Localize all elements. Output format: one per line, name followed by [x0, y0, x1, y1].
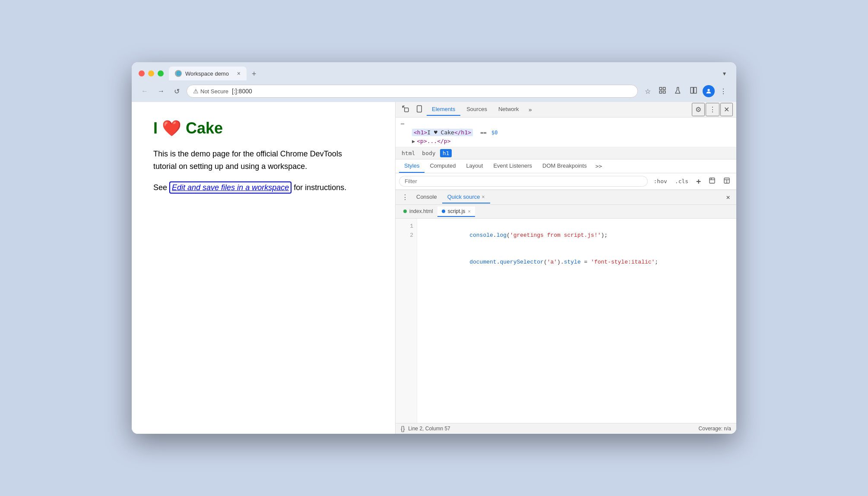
link-prefix: See: [153, 183, 169, 192]
not-secure-label: Not Secure: [200, 88, 228, 95]
styles-filter-bar: :hov .cls +: [396, 173, 736, 190]
breadcrumb-h1[interactable]: h1: [440, 149, 452, 157]
new-tab-button[interactable]: +: [248, 68, 260, 80]
extensions-button[interactable]: [656, 84, 669, 99]
svg-rect-5: [694, 87, 697, 93]
script-js-dot: [442, 210, 445, 213]
styles-filter-input[interactable]: [399, 176, 648, 187]
add-style-button[interactable]: +: [694, 176, 703, 187]
styles-filter-icons: :hov .cls +: [651, 176, 733, 187]
svg-rect-1: [663, 87, 665, 89]
hov-button[interactable]: :hov: [651, 177, 670, 185]
file-tab-script-js[interactable]: script.js ×: [437, 207, 475, 217]
maximize-window-button[interactable]: [158, 70, 164, 76]
address-bar[interactable]: ⚠ Not Secure [:]:8000: [187, 85, 638, 98]
devtools-close-button[interactable]: ✕: [720, 103, 733, 116]
coverage-status: Coverage: n/a: [699, 426, 731, 432]
dom-row-dots: ⋯: [399, 119, 733, 128]
flask-button[interactable]: [672, 84, 684, 99]
link-suffix: for instructions.: [291, 183, 346, 192]
bottom-panel-close[interactable]: ×: [723, 191, 733, 203]
close-window-button[interactable]: [139, 70, 145, 76]
breadcrumb-body[interactable]: body: [419, 149, 438, 157]
tab-dropdown-button[interactable]: ▾: [719, 68, 729, 79]
warning-icon: ⚠: [193, 88, 199, 95]
tab-favicon: 🌐: [175, 70, 182, 77]
workspace-link[interactable]: Edit and save files in a workspace: [169, 181, 291, 194]
devtools-more-button[interactable]: ⋮: [706, 103, 719, 116]
svg-rect-7: [405, 108, 409, 111]
tab-dom-breakpoints[interactable]: DOM Breakpoints: [537, 159, 592, 173]
device-icon[interactable]: [413, 103, 426, 116]
source-file-tabs: index.html script.js ×: [396, 205, 736, 219]
status-bar: {} Line 2, Column 57 Coverage: n/a: [396, 423, 736, 434]
chrome-menu-button[interactable]: ⋮: [717, 85, 729, 98]
dom-tree: ⋯ <h1>I ♥ Cake</h1> == $0 ▶ <p>...</p>: [396, 118, 736, 147]
code-line-1: console.log('greetings from script.js!')…: [422, 222, 731, 249]
file-tab-index-html[interactable]: index.html: [399, 207, 437, 217]
line-num-1: 1: [399, 222, 413, 231]
tab-network[interactable]: Network: [493, 103, 524, 116]
script-js-close[interactable]: ×: [468, 209, 470, 214]
dom-arrow: ▶: [412, 138, 415, 144]
quick-source-label: Quick source: [447, 194, 480, 200]
profile-icon[interactable]: [703, 85, 715, 97]
cursor-position: Line 2, Column 57: [408, 426, 450, 432]
computed-view-button[interactable]: [721, 176, 733, 186]
index-html-dot: [403, 210, 407, 213]
heading-i: I: [153, 119, 158, 137]
tab-event-listeners[interactable]: Event Listeners: [488, 159, 537, 173]
active-tab[interactable]: 🌐 Workspace demo ×: [169, 67, 247, 80]
main-area: I ❤️ Cake This is the demo page for the …: [132, 102, 736, 434]
tab-computed[interactable]: Computed: [424, 159, 461, 173]
code-area[interactable]: 1 2 console.log('greetings from script.j…: [396, 219, 736, 423]
minimize-window-button[interactable]: [148, 70, 154, 76]
bottom-tabs: ⋮ Console Quick source × ×: [396, 190, 736, 205]
index-html-label: index.html: [409, 208, 433, 214]
tab-layout[interactable]: Layout: [461, 159, 488, 173]
bottom-dots-menu[interactable]: ⋮: [399, 191, 411, 203]
dom-row-p: ▶ <p>...</p>: [399, 137, 733, 145]
styles-more-tabs[interactable]: >>: [592, 161, 606, 171]
inspector-icon[interactable]: [399, 103, 412, 116]
breadcrumb-html[interactable]: html: [399, 149, 418, 157]
nav-icons: ☆ ⋮: [642, 84, 729, 99]
code-content[interactable]: console.log('greetings from script.js!')…: [417, 219, 736, 423]
nav-bar: ← → ↺ ⚠ Not Secure [:]:8000 ☆: [132, 80, 736, 102]
page-heading: I ❤️ Cake: [153, 119, 374, 137]
line-numbers: 1 2: [396, 219, 417, 423]
tab-quick-source[interactable]: Quick source ×: [442, 191, 490, 203]
reload-button[interactable]: ↺: [171, 86, 182, 97]
browser-window: 🌐 Workspace demo × + ▾ ← → ↺ ⚠ Not Secur…: [132, 62, 736, 434]
page-body: This is the demo page for the official C…: [153, 148, 343, 173]
line-num-2: 2: [399, 231, 413, 240]
back-button[interactable]: ←: [139, 86, 151, 97]
svg-point-6: [707, 89, 710, 91]
tab-sources[interactable]: Sources: [461, 103, 492, 116]
bookmark-button[interactable]: ☆: [642, 85, 653, 98]
tab-elements[interactable]: Elements: [427, 103, 460, 116]
split-button[interactable]: [687, 84, 700, 99]
quick-source-close[interactable]: ×: [482, 194, 485, 200]
code-line-2: document.querySelector('a').style = 'fon…: [422, 249, 731, 276]
bottom-panel: ⋮ Console Quick source × × index.html: [396, 190, 736, 434]
tab-styles[interactable]: Styles: [399, 159, 424, 173]
element-style-button[interactable]: [706, 176, 718, 186]
dom-ellipsis: ⋯: [401, 120, 404, 127]
tab-console[interactable]: Console: [411, 191, 442, 203]
cls-button[interactable]: .cls: [672, 177, 691, 185]
svg-rect-4: [691, 87, 693, 93]
dom-selected-indicator: $0: [491, 130, 497, 136]
not-secure-indicator: ⚠ Not Secure: [193, 88, 228, 95]
devtools-more-tabs[interactable]: »: [525, 105, 535, 115]
devtools-header: Elements Sources Network » ⚙ ⋮ ✕: [396, 102, 736, 118]
page-link-line: See Edit and save files in a workspace f…: [153, 181, 374, 194]
dom-row-h1[interactable]: <h1>I ♥ Cake</h1> == $0: [399, 128, 733, 137]
devtools-settings-button[interactable]: ⚙: [692, 103, 705, 116]
title-bar: 🌐 Workspace demo × + ▾: [132, 62, 736, 80]
format-button[interactable]: {}: [401, 425, 405, 432]
forward-button[interactable]: →: [155, 86, 167, 97]
window-controls: [139, 70, 164, 76]
script-js-label: script.js: [448, 208, 466, 214]
tab-close-button[interactable]: ×: [237, 70, 241, 76]
